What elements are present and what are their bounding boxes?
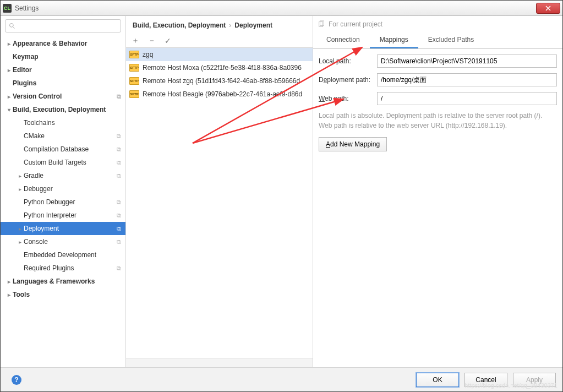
server-label: Remote Host Moxa (c522f1fe-5e38-4f18-836… — [143, 64, 302, 72]
deployment-server-item[interactable]: SFTPzgq — [126, 48, 313, 61]
sidebar-item-compilation-database[interactable]: •Compilation Database⧉ — [1, 143, 125, 156]
project-scope-icon: ⧉ — [117, 146, 121, 153]
sidebar-item-editor[interactable]: ▸Editor — [1, 63, 125, 77]
chevron-right-icon: ▸ — [5, 67, 13, 73]
sidebar-item-debugger[interactable]: ▸Debugger — [1, 182, 125, 195]
help-button[interactable]: ? — [12, 375, 21, 385]
tab-excluded-paths[interactable]: Excluded Paths — [418, 32, 484, 48]
sidebar-item-python-interpreter[interactable]: •Python Interpreter⧉ — [1, 209, 125, 222]
deployment-server-item[interactable]: SFTPRemote Host Moxa (c522f1fe-5e38-4f18… — [126, 61, 313, 74]
project-scope-icon: ⧉ — [117, 199, 121, 206]
sidebar-item-custom-build-targets[interactable]: •Custom Build Targets⧉ — [1, 156, 125, 169]
sidebar-item-plugins[interactable]: •Plugins — [1, 77, 125, 90]
deployment-path-label: Deployment path: — [319, 76, 377, 84]
sidebar-item-appearance-behavior[interactable]: ▸Appearance & Behavior — [1, 37, 125, 50]
chevron-right-icon: ▸ — [5, 94, 13, 100]
apply-button[interactable]: Apply — [513, 373, 556, 387]
project-scope-icon: ⧉ — [117, 265, 121, 272]
sidebar-item-gradle[interactable]: ▸Gradle⧉ — [1, 169, 125, 182]
sidebar-item-label: Python Interpreter — [24, 211, 76, 219]
svg-line-1 — [13, 27, 15, 29]
sidebar-item-label: Toolchains — [24, 119, 55, 127]
project-scope-icon: ⧉ — [117, 238, 121, 246]
chevron-right-icon: ▸ — [5, 41, 13, 47]
close-button[interactable] — [536, 3, 560, 14]
breadcrumb-root[interactable]: Build, Execution, Deployment — [133, 21, 226, 29]
sftp-icon: SFTP — [129, 77, 139, 85]
deployment-panel: Build, Execution, Deployment › Deploymen… — [126, 16, 313, 367]
sidebar-item-label: Console — [24, 238, 48, 246]
sidebar-item-label: Compilation Database — [24, 145, 89, 153]
chevron-down-icon: ▾ — [5, 107, 13, 113]
chevron-right-icon: ▸ — [5, 292, 13, 298]
remove-icon[interactable]: － — [148, 36, 156, 46]
local-path-input[interactable] — [377, 55, 557, 68]
sidebar-item-label: Build, Execution, Deployment — [13, 106, 106, 113]
sidebar-item-label: Plugins — [13, 79, 36, 87]
chevron-right-icon: ▸ — [16, 173, 24, 179]
sidebar-item-embedded-development[interactable]: •Embedded Development — [1, 248, 125, 262]
sftp-icon: SFTP — [129, 64, 139, 72]
dialog-footer: ? OK Cancel Apply — [1, 367, 562, 391]
ok-button[interactable]: OK — [416, 373, 459, 387]
deployment-server-item[interactable]: SFTPRemote Host Beagle (9976abeb-22c7-46… — [126, 88, 313, 101]
chevron-right-icon: ▸ — [16, 186, 24, 192]
sftp-icon: SFTP — [129, 51, 139, 58]
sidebar-item-required-plugins[interactable]: •Required Plugins⧉ — [1, 262, 125, 275]
project-scope-hint: For current project — [313, 16, 562, 32]
deployment-toolbar: ＋ － ✓ — [126, 34, 313, 48]
sidebar-item-python-debugger[interactable]: •Python Debugger⧉ — [1, 195, 125, 209]
svg-point-0 — [10, 24, 14, 28]
server-label: zgq — [143, 51, 153, 58]
sidebar-item-label: Version Control — [13, 92, 62, 100]
sftp-icon: SFTP — [129, 90, 139, 98]
sidebar-item-tools[interactable]: ▸Tools — [1, 288, 125, 301]
mappings-panel: For current project ConnectionMappingsEx… — [313, 16, 562, 367]
chevron-right-icon: › — [229, 21, 231, 29]
sidebar-item-label: Debugger — [24, 185, 53, 193]
sidebar-item-toolchains[interactable]: •Toolchains — [1, 116, 125, 129]
sidebar-item-languages-frameworks[interactable]: ▸Languages & Frameworks — [1, 275, 125, 288]
sidebar-item-cmake[interactable]: •CMake⧉ — [1, 129, 125, 143]
web-path-label: Web path: — [319, 95, 377, 102]
sidebar-item-label: Deployment — [24, 225, 59, 232]
project-scope-icon: ⧉ — [117, 159, 121, 166]
app-icon: CL — [3, 4, 12, 13]
cancel-button[interactable]: Cancel — [464, 373, 507, 387]
server-label: Remote Host Beagle (9976abeb-22c7-461a-a… — [143, 90, 302, 98]
sidebar-item-console[interactable]: ▸Console⧉ — [1, 235, 125, 248]
window-title: Settings — [15, 4, 536, 12]
deployment-path-input[interactable] — [377, 73, 557, 86]
breadcrumb: Build, Execution, Deployment › Deploymen… — [126, 16, 313, 34]
horizontal-scrollbar[interactable] — [126, 358, 313, 367]
mapping-hint: Local path is absolute. Deployment path … — [319, 111, 557, 130]
sidebar-item-label: Keymap — [13, 53, 39, 61]
check-icon[interactable]: ✓ — [165, 36, 171, 45]
breadcrumb-leaf: Deployment — [234, 21, 272, 29]
deployment-server-item[interactable]: SFTPRemote Host zgq (51d1fd43-f642-46ab-… — [126, 74, 313, 88]
copy-icon — [318, 20, 325, 28]
tab-mappings[interactable]: Mappings — [370, 32, 418, 48]
web-path-input[interactable] — [377, 92, 557, 105]
deployment-list: SFTPzgqSFTPRemote Host Moxa (c522f1fe-5e… — [126, 48, 313, 358]
project-scope-icon: ⧉ — [117, 225, 121, 232]
add-new-mapping-button[interactable]: Add New Mapping — [319, 137, 387, 151]
sidebar-item-keymap[interactable]: •Keymap — [1, 50, 125, 63]
sidebar-item-version-control[interactable]: ▸Version Control⧉ — [1, 90, 125, 103]
sidebar-item-label: CMake — [24, 132, 45, 140]
sidebar-item-label: Custom Build Targets — [24, 159, 86, 166]
sidebar-item-deployment[interactable]: ▸Deployment⧉ — [1, 222, 125, 235]
sidebar-item-label: Languages & Frameworks — [13, 277, 95, 285]
chevron-right-icon: ▸ — [5, 279, 13, 285]
sidebar-item-label: Embedded Development — [24, 251, 96, 259]
tab-connection[interactable]: Connection — [316, 32, 370, 48]
add-icon[interactable]: ＋ — [132, 36, 139, 46]
search-input[interactable] — [5, 19, 121, 32]
sidebar-item-build-execution-deployment[interactable]: ▾Build, Execution, Deployment — [1, 103, 125, 116]
sidebar-item-label: Appearance & Behavior — [13, 40, 87, 47]
project-scope-icon: ⧉ — [117, 172, 121, 179]
chevron-right-icon: ▸ — [16, 239, 24, 245]
search-icon — [9, 23, 15, 29]
project-scope-label: For current project — [329, 20, 382, 28]
titlebar: CL Settings — [1, 1, 562, 16]
